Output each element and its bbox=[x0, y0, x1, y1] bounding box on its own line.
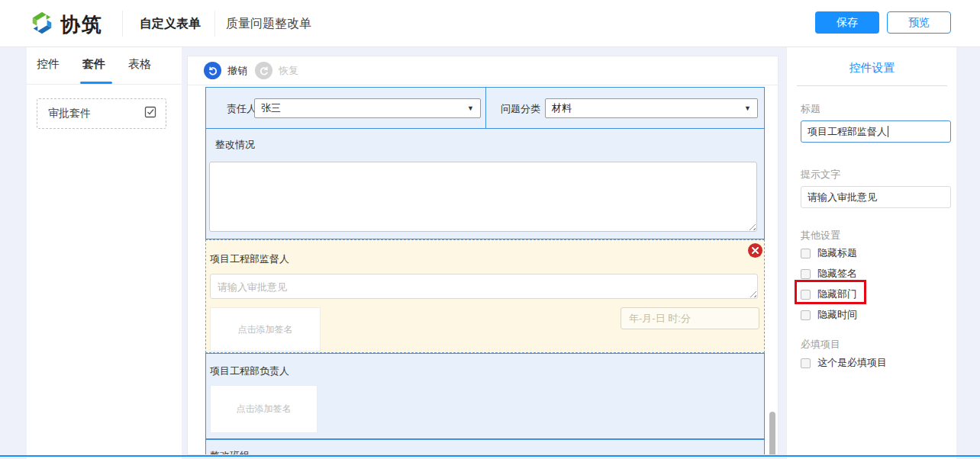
active-tab-indicator bbox=[80, 82, 112, 84]
bottom-accent-line bbox=[0, 455, 980, 457]
title-input-value: 项目工程部监督人 bbox=[808, 125, 887, 139]
form-name: 质量问题整改单 bbox=[226, 0, 311, 47]
category-value: 材料 bbox=[552, 101, 572, 115]
hint-input-value: 请输入审批意见 bbox=[808, 191, 877, 204]
add-signature-button[interactable]: 点击添加签名 bbox=[210, 385, 318, 433]
resize-grip-icon[interactable] bbox=[749, 290, 756, 297]
checkbox-label: 隐藏时间 bbox=[817, 308, 857, 322]
resize-grip-icon[interactable] bbox=[748, 223, 756, 230]
header-divider bbox=[214, 11, 215, 37]
canvas-toolbar: 撤销 恢复 bbox=[188, 56, 778, 85]
delete-section-button[interactable] bbox=[748, 243, 762, 258]
title-field-label: 标题 bbox=[801, 102, 820, 116]
redo-icon bbox=[255, 62, 272, 79]
other-settings-label: 其他设置 bbox=[801, 229, 840, 242]
header: 协筑 自定义表单 质量问题整改单 保存 预览 bbox=[0, 0, 980, 47]
responsible-select[interactable]: 张三 ▼ bbox=[254, 98, 481, 118]
chevron-down-icon: ▼ bbox=[744, 104, 751, 112]
tab-controls[interactable]: 控件 bbox=[37, 57, 60, 72]
manager-section[interactable]: 项目工程部负责人 点击添加签名 bbox=[205, 353, 765, 439]
hint-input[interactable]: 请输入审批意见 bbox=[801, 186, 951, 208]
comment-placeholder: 请输入审批意见 bbox=[218, 281, 287, 294]
add-signature-button[interactable]: 点击添加签名 bbox=[210, 307, 321, 351]
checkbox-check-icon bbox=[144, 106, 156, 121]
situation-textarea[interactable] bbox=[209, 162, 757, 232]
supervisor-section-selected[interactable]: 项目工程部监督人 请输入审批意见 点击添加签名 年-月-日 时:分 bbox=[205, 239, 765, 353]
form-row-dropdowns: 责任人 张三 ▼ 问题分类 材料 ▼ bbox=[205, 87, 765, 129]
checkbox-icon[interactable] bbox=[801, 310, 811, 320]
checkbox-required-item[interactable]: 这个是必填项目 bbox=[801, 356, 887, 370]
checkbox-icon[interactable] bbox=[801, 290, 811, 300]
checkbox-icon[interactable] bbox=[801, 269, 811, 279]
situation-label: 整改情况 bbox=[215, 138, 255, 152]
checkbox-icon[interactable] bbox=[801, 358, 811, 368]
logo-icon bbox=[29, 10, 55, 39]
manager-title: 项目工程部负责人 bbox=[210, 364, 289, 378]
responsible-value: 张三 bbox=[261, 101, 281, 115]
checkbox-hide-title[interactable]: 隐藏标题 bbox=[801, 246, 857, 260]
logo: 协筑 bbox=[29, 10, 103, 39]
checkbox-hide-department[interactable]: 隐藏部门 bbox=[801, 287, 857, 301]
supervisor-title: 项目工程部监督人 bbox=[210, 252, 289, 266]
approval-comment-input[interactable]: 请输入审批意见 bbox=[210, 274, 758, 299]
undo-icon bbox=[204, 62, 221, 79]
checkbox-label: 隐藏标题 bbox=[817, 246, 857, 260]
checkbox-hide-signature[interactable]: 隐藏签名 bbox=[801, 267, 857, 281]
form-designer-app: 协筑 自定义表单 质量问题整改单 保存 预览 控件 套件 表格 审批套件 bbox=[0, 0, 980, 459]
sidebar-tabs: 控件 套件 表格 bbox=[27, 47, 182, 85]
tab-tables[interactable]: 表格 bbox=[128, 57, 151, 72]
checkbox-icon[interactable] bbox=[801, 249, 811, 258]
hint-field-label: 提示文字 bbox=[801, 168, 840, 181]
widget-sidebar: 控件 套件 表格 审批套件 bbox=[27, 47, 182, 459]
responsible-label: 责任人 bbox=[227, 102, 256, 116]
category-label: 问题分类 bbox=[501, 102, 540, 116]
row-divider bbox=[485, 88, 486, 128]
form-canvas: 撤销 恢复 责任人 张三 ▼ 问题分类 材料 bbox=[187, 56, 779, 455]
tab-suites[interactable]: 套件 bbox=[82, 57, 105, 72]
date-input[interactable]: 年-月-日 时:分 bbox=[621, 307, 759, 329]
date-placeholder: 年-月-日 时:分 bbox=[629, 312, 691, 326]
text-caret bbox=[888, 126, 888, 137]
undo-label: 撤销 bbox=[227, 64, 247, 78]
checkbox-label: 这个是必填项目 bbox=[817, 356, 887, 370]
approval-suite-widget[interactable]: 审批套件 bbox=[37, 98, 166, 129]
situation-section[interactable]: 整改情况 bbox=[205, 128, 765, 239]
chevron-down-icon: ▼ bbox=[467, 104, 474, 112]
header-divider bbox=[122, 11, 123, 37]
redo-button[interactable]: 恢复 bbox=[255, 62, 298, 79]
nav-custom-form[interactable]: 自定义表单 bbox=[140, 0, 201, 47]
approval-suite-label: 审批套件 bbox=[48, 107, 91, 120]
preview-button[interactable]: 预览 bbox=[887, 11, 951, 34]
logo-text: 协筑 bbox=[60, 11, 103, 38]
canvas-scrollbar[interactable] bbox=[769, 412, 775, 455]
settings-panel: 控件设置 标题 项目工程部监督人 提示文字 请输入审批意见 其他设置 隐藏标题 … bbox=[786, 47, 956, 459]
undo-button[interactable]: 撤销 bbox=[204, 62, 247, 79]
signature-label: 点击添加签名 bbox=[237, 403, 292, 416]
required-section-label: 必填项目 bbox=[801, 338, 840, 351]
team-title: 整改班组 bbox=[210, 449, 250, 455]
checkbox-label: 隐藏签名 bbox=[817, 267, 857, 281]
checkbox-label: 隐藏部门 bbox=[817, 287, 857, 301]
redo-label: 恢复 bbox=[279, 64, 298, 78]
checkbox-hide-time[interactable]: 隐藏时间 bbox=[801, 308, 857, 322]
signature-label: 点击添加签名 bbox=[238, 323, 293, 336]
team-section[interactable]: 整改班组 bbox=[205, 439, 765, 455]
category-select[interactable]: 材料 ▼ bbox=[545, 98, 758, 118]
divider bbox=[797, 85, 947, 86]
close-icon bbox=[752, 247, 759, 254]
title-input[interactable]: 项目工程部监督人 bbox=[801, 120, 951, 143]
save-button[interactable]: 保存 bbox=[815, 11, 879, 34]
settings-panel-title: 控件设置 bbox=[787, 61, 957, 75]
